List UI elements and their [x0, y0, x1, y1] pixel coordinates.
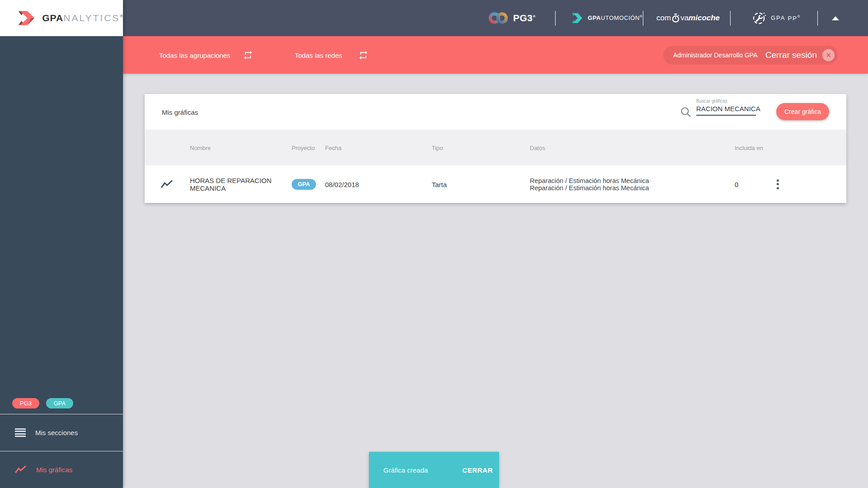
chart-date: 08/02/2018 [325, 180, 359, 188]
gpanalytics-arrow-icon [17, 8, 36, 28]
topbar-divider [817, 11, 818, 26]
project-badge: GPA [292, 179, 316, 190]
swap-groupings-icon[interactable] [243, 50, 253, 60]
data-source-line: Reparación / Estimación horas Mecánica [530, 184, 649, 192]
topbar-divider [730, 11, 731, 26]
column-header-proyecto: Proyecto [292, 144, 315, 151]
snackbar-message: Gráfica creada [383, 466, 428, 474]
column-header-incluida: Incluida en [735, 144, 763, 151]
app-sidebar: GPANALYTICS® PG3 GPA Mis secciones Mis g… [0, 0, 123, 488]
comprovamicoche-logo[interactable]: com vamicoche [656, 0, 720, 36]
pg3-logo[interactable]: PG3® [488, 0, 536, 36]
gpautomocion-logo[interactable]: GPAUTOMOCIÓN® [571, 0, 643, 36]
sidebar-item-mis-graficas[interactable]: Mis gráficas [0, 451, 123, 488]
badge-pg3[interactable]: PG3 [12, 398, 39, 408]
gpapp-label: GPAPP® [771, 14, 801, 21]
column-header-fecha: Fecha [325, 144, 341, 151]
logout-close-icon[interactable]: ✕ [822, 49, 835, 61]
gpautomocion-label: GPAUTOMOCIÓN® [588, 14, 643, 21]
column-header-datos: Datos [530, 144, 545, 151]
top-product-bar: PG3® GPAUTOMOCIÓN® com vamicoche [123, 0, 868, 36]
table-header-row: Nombre Proyecto Fecha Tipo Datos Incluid… [145, 130, 846, 165]
menu-icon [15, 428, 26, 437]
card-header: Mis gráficas Buscar gráficas RACION MECA… [145, 94, 846, 130]
topbar-divider [555, 11, 556, 26]
user-session-pill: Administrador Desarrollo GPA Cerrar sesi… [663, 46, 838, 64]
search-icon[interactable] [680, 106, 692, 118]
table-row[interactable]: HORAS DE REPARACION MECANICA GPA 08/02/2… [145, 165, 846, 203]
search-input-label: Buscar gráficas [696, 99, 756, 103]
snackbar: Gráfica creada CERRAR [369, 452, 499, 488]
brand-wordmark: GPANALYTICS® [42, 13, 123, 23]
included-count: 0 [735, 180, 738, 188]
charts-card: Mis gráficas Buscar gráficas RACION MECA… [145, 94, 846, 203]
sidebar-item-label: Mis secciones [35, 429, 78, 436]
gpapp-logo[interactable]: GPAPP® [752, 0, 801, 36]
pg3-label: PG3® [513, 13, 536, 23]
wrench-circle-icon [752, 11, 766, 25]
sidebar-item-label: Mis gráficas [36, 466, 72, 474]
chart-data-sources: Reparación / Estimación horas Mecánica R… [530, 177, 649, 192]
badge-gpa[interactable]: GPA [46, 398, 73, 408]
comprovamicoche-label: com vamicoche [656, 14, 720, 23]
page-title: Mis gráficas [162, 108, 198, 116]
logout-button[interactable]: Cerrar sesión [765, 50, 817, 60]
filter-bar: Todas las agrupaciones Todas las redes A… [123, 36, 868, 74]
chart-type: Tarta [432, 180, 447, 188]
gpautomocion-arrow-icon [571, 13, 583, 23]
collapse-topbar-button[interactable] [828, 0, 843, 36]
search-input-value: RACION MECANICA [696, 105, 760, 113]
user-name: Administrador Desarrollo GPA [673, 52, 757, 59]
snackbar-close-button[interactable]: CERRAR [462, 466, 493, 474]
chart-name: HORAS DE REPARACION MECANICA [190, 177, 274, 192]
chart-line-icon [15, 465, 27, 474]
chart-line-icon [161, 180, 173, 189]
data-source-line: Reparación / Estimación horas Mecánica [530, 177, 649, 184]
sidebar-bottom: PG3 GPA Mis secciones Mis gráficas [0, 393, 123, 488]
column-header-tipo: Tipo [432, 144, 443, 151]
search-input[interactable]: Buscar gráficas RACION MECANICA [696, 99, 756, 116]
topbar-divider [643, 11, 643, 26]
groupings-filter-label[interactable]: Todas las agrupaciones [159, 51, 231, 59]
sidebar-item-mis-secciones[interactable]: Mis secciones [0, 414, 123, 451]
row-menu-kebab-icon[interactable] [774, 177, 782, 192]
brand-logo[interactable]: GPANALYTICS® [0, 0, 123, 36]
product-badges: PG3 GPA [0, 393, 123, 414]
stopwatch-icon [671, 14, 680, 23]
pg3-infinity-icon [488, 11, 509, 25]
networks-filter-label[interactable]: Todas las redes [295, 51, 342, 59]
column-header-nombre: Nombre [190, 144, 211, 151]
chevron-up-icon [832, 16, 839, 20]
swap-networks-icon[interactable] [358, 50, 368, 60]
create-chart-button[interactable]: Crear gráfica [776, 103, 829, 120]
